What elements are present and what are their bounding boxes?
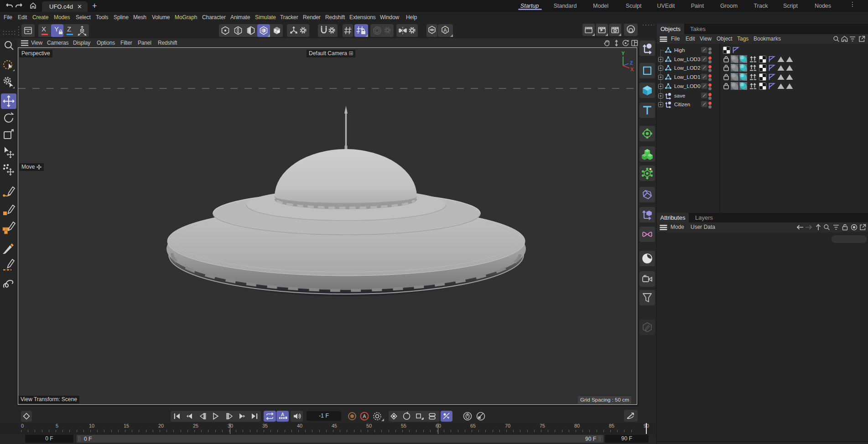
svg-text:Y: Y bbox=[622, 51, 625, 56]
svg-text:A: A bbox=[363, 413, 366, 419]
svg-text:Z: Z bbox=[630, 60, 633, 66]
svg-text:A: A bbox=[281, 412, 284, 417]
svg-text:X: X bbox=[630, 67, 634, 72]
svg-text:A: A bbox=[443, 27, 447, 33]
